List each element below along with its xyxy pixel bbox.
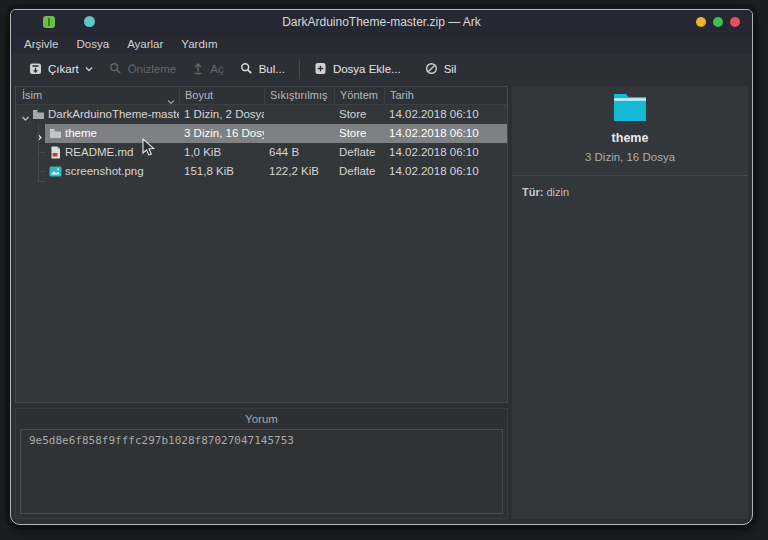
- folder-icon: [49, 127, 62, 140]
- info-summary: 3 Dizin, 16 Dosya: [512, 151, 748, 163]
- column-header-compressed[interactable]: Sıkıştırılmış: [264, 87, 334, 104]
- window-title: DarkArduinoTheme-master.zip — Ark: [111, 10, 652, 34]
- column-header-date[interactable]: Tarih: [384, 87, 507, 104]
- teal-dot-icon: [84, 16, 95, 27]
- maximize-button[interactable]: [713, 17, 723, 27]
- chevron-down-icon: [85, 66, 93, 72]
- open-button: Aç: [184, 58, 231, 79]
- ark-app-icon: [43, 16, 55, 28]
- find-button[interactable]: Bul...: [232, 58, 293, 79]
- table-row-screenshot[interactable]: screenshot.png 151,8 KiB 122,2 KiB Defla…: [16, 162, 507, 181]
- close-button[interactable]: [730, 17, 740, 27]
- extract-button[interactable]: Çıkart: [21, 58, 101, 79]
- preview-button: Önizleme: [101, 58, 185, 79]
- column-header-method[interactable]: Yöntem: [334, 87, 384, 104]
- info-type: Tür: dizin: [522, 186, 748, 198]
- comment-label: Yorum: [16, 411, 507, 427]
- menu-file[interactable]: Dosya: [68, 36, 119, 52]
- comment-textarea[interactable]: 9e5d8e6f858f9fffc297b1028f87027047145753: [20, 429, 503, 514]
- archive-table: İsim Boyut Sıkıştırılmış Yöntem Tarih Da…: [15, 86, 508, 403]
- delete-icon: [425, 62, 438, 75]
- expander-open-icon[interactable]: [21, 110, 30, 119]
- menu-help[interactable]: Yardım: [172, 36, 226, 52]
- folder-icon-large: [612, 92, 648, 123]
- info-panel: theme 3 Dizin, 16 Dosya Tür: dizin: [512, 86, 748, 519]
- info-name: theme: [512, 131, 748, 145]
- ark-window: DarkArduinoTheme-master.zip — Ark Arşivl…: [10, 9, 753, 525]
- minimize-button[interactable]: [696, 17, 706, 27]
- toolbar-separator: [299, 59, 300, 79]
- markdown-file-icon: [49, 146, 62, 159]
- open-arrow-icon: [192, 62, 204, 75]
- image-file-icon: [49, 165, 62, 178]
- column-header-size[interactable]: Boyut: [179, 87, 264, 104]
- column-header-name[interactable]: İsim: [16, 87, 179, 104]
- table-row-readme[interactable]: README.md 1,0 KiB 644 B Deflate 14.02.20…: [16, 143, 507, 162]
- delete-button[interactable]: Sil: [417, 58, 465, 79]
- table-row-root[interactable]: DarkArduinoTheme-master 1 Dizin, 2 Dosya…: [16, 105, 507, 124]
- sort-indicator-icon: [167, 93, 174, 98]
- menu-settings[interactable]: Ayarlar: [118, 36, 172, 52]
- search-icon: [240, 62, 253, 75]
- info-divider: [512, 175, 748, 176]
- extract-icon: [29, 62, 42, 75]
- add-file-icon: [314, 62, 327, 75]
- toolbar: Çıkart Önizleme Aç Bul... Dosya Ekle... …: [11, 53, 752, 84]
- folder-icon: [32, 108, 45, 121]
- comment-panel: Yorum 9e5d8e6f858f9fffc297b1028f87027047…: [15, 408, 508, 519]
- add-files-button[interactable]: Dosya Ekle...: [306, 58, 409, 79]
- expander-closed-icon[interactable]: [35, 129, 44, 138]
- table-row-theme[interactable]: theme 3 Dizin, 16 Dosya Store 14.02.2018…: [16, 124, 507, 143]
- menu-archive[interactable]: Arşivle: [15, 36, 68, 52]
- magnifier-icon: [109, 62, 122, 75]
- menubar: Arşivle Dosya Ayarlar Yardım: [11, 34, 752, 53]
- table-header: İsim Boyut Sıkıştırılmış Yöntem Tarih: [16, 87, 507, 105]
- titlebar[interactable]: DarkArduinoTheme-master.zip — Ark: [11, 10, 752, 34]
